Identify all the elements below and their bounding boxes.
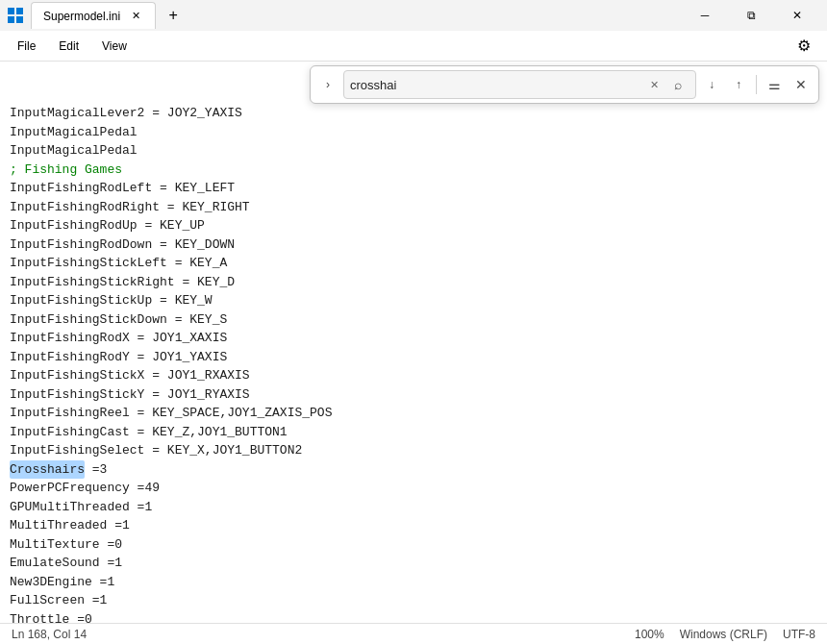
editor-line: InputFishingRodY = JOY1_YAXIS bbox=[10, 348, 827, 367]
find-prev-button[interactable]: ↑ bbox=[727, 73, 750, 96]
editor-line: InputFishingStickRight = KEY_D bbox=[10, 273, 827, 292]
editor-line: InputFishingRodX = JOY1_XAXIS bbox=[10, 329, 827, 348]
filter-icon: ⚌ bbox=[768, 77, 781, 92]
find-collapse-button[interactable]: › bbox=[316, 73, 339, 96]
editor-line: InputMagicalLever2 = JOY2_YAXIS bbox=[10, 104, 827, 123]
status-bar: Ln 168, Col 14 100% Windows (CRLF) UTF-8 bbox=[0, 623, 827, 644]
menu-edit[interactable]: Edit bbox=[49, 36, 88, 57]
menu-view[interactable]: View bbox=[92, 36, 137, 57]
editor-line: InputFishingRodUp = KEY_UP bbox=[10, 216, 827, 235]
editor-content[interactable]: InputMagicalLever2 = JOY2_YAXIS InputMag… bbox=[0, 62, 827, 623]
search-match: Crosshairs bbox=[10, 460, 85, 480]
tab-close-button[interactable]: ✕ bbox=[128, 9, 143, 24]
editor-line: InputFishingRodDown = KEY_DOWN bbox=[10, 235, 827, 255]
svg-rect-3 bbox=[16, 16, 23, 23]
maximize-button[interactable]: ⧉ bbox=[729, 0, 773, 31]
tab-area: Supermodel.ini ✕ + bbox=[31, 2, 675, 29]
find-next-button[interactable]: ↓ bbox=[700, 73, 723, 96]
editor-line: InputFishingRodRight = KEY_RIGHT bbox=[10, 198, 827, 217]
gear-icon: ⚙ bbox=[797, 37, 811, 55]
app-icon bbox=[8, 8, 23, 23]
window-controls: ─ ⧉ ✕ bbox=[683, 0, 819, 31]
editor-line: EmulateSound =1 bbox=[10, 554, 827, 573]
editor-line: InputMagicalPedal bbox=[10, 141, 827, 161]
editor-line: FullScreen =1 bbox=[10, 591, 827, 610]
editor-line: MultiTexture =0 bbox=[10, 535, 827, 555]
arrow-up-icon: ↑ bbox=[736, 78, 741, 91]
title-bar: Supermodel.ini ✕ + ─ ⧉ ✕ bbox=[0, 0, 827, 31]
tab-label: Supermodel.ini bbox=[43, 10, 120, 23]
find-separator bbox=[756, 75, 757, 94]
editor-line: InputFishingReel = KEY_SPACE,JOY1_ZAXIS_… bbox=[10, 404, 827, 423]
editor-line: GPUMultiThreaded =1 bbox=[10, 498, 827, 517]
editor-container: › ✕ ⌕ ↓ ↑ ⚌ ✕ InputMagicalLever2 = JOY2_… bbox=[0, 62, 827, 623]
editor-line: Throttle =0 bbox=[10, 610, 827, 624]
chevron-right-icon: › bbox=[326, 78, 330, 91]
editor-line: InputFishingStickDown = KEY_S bbox=[10, 310, 827, 330]
find-close-button[interactable]: ✕ bbox=[789, 73, 813, 96]
close-icon: ✕ bbox=[795, 77, 807, 92]
editor-line: InputFishingRodLeft = KEY_LEFT bbox=[10, 179, 827, 198]
arrow-down-icon: ↓ bbox=[709, 78, 714, 91]
svg-rect-0 bbox=[8, 8, 14, 14]
editor-line: Crosshairs =3 bbox=[10, 460, 827, 480]
svg-rect-1 bbox=[16, 8, 23, 14]
editor-line: InputFishingStickX = JOY1_RXAXIS bbox=[10, 366, 827, 385]
editor-line: InputFishingStickUp = KEY_W bbox=[10, 291, 827, 310]
editor-line: New3DEngine =1 bbox=[10, 573, 827, 592]
find-input-wrap: ✕ ⌕ bbox=[343, 70, 696, 99]
find-clear-button[interactable]: ✕ bbox=[645, 76, 663, 93]
find-filter-button[interactable]: ⚌ bbox=[763, 73, 786, 96]
tab-supermodel[interactable]: Supermodel.ini ✕ bbox=[31, 2, 156, 29]
minimize-button[interactable]: ─ bbox=[683, 0, 727, 31]
status-zoom: 100% bbox=[635, 628, 664, 641]
editor-line: InputFishingSelect = KEY_X,JOY1_BUTTON2 bbox=[10, 441, 827, 460]
editor-line: ; Fishing Games bbox=[10, 161, 827, 180]
find-toolbar: › ✕ ⌕ ↓ ↑ ⚌ ✕ bbox=[310, 65, 819, 104]
find-search-icon-button[interactable]: ⌕ bbox=[666, 73, 689, 96]
status-encoding: UTF-8 bbox=[783, 628, 815, 641]
editor-line: InputFishingCast = KEY_Z,JOY1_BUTTON1 bbox=[10, 423, 827, 442]
status-line-ending: Windows (CRLF) bbox=[680, 628, 767, 641]
search-icon: ⌕ bbox=[674, 77, 682, 92]
find-input[interactable] bbox=[350, 78, 641, 92]
editor-line: InputMagicalPedal bbox=[10, 123, 827, 142]
settings-button[interactable]: ⚙ bbox=[789, 31, 819, 62]
menu-bar: File Edit View ⚙ bbox=[0, 31, 827, 62]
editor-line: InputFishingStickY = JOY1_RYAXIS bbox=[10, 385, 827, 405]
svg-rect-2 bbox=[8, 16, 14, 23]
menu-file[interactable]: File bbox=[8, 36, 45, 57]
editor-line: MultiThreaded =1 bbox=[10, 516, 827, 535]
editor-line: PowerPCFrequency =49 bbox=[10, 479, 827, 498]
close-button[interactable]: ✕ bbox=[775, 0, 819, 31]
editor-line: InputFishingStickLeft = KEY_A bbox=[10, 254, 827, 273]
status-position: Ln 168, Col 14 bbox=[12, 628, 87, 641]
new-tab-button[interactable]: + bbox=[160, 2, 187, 29]
